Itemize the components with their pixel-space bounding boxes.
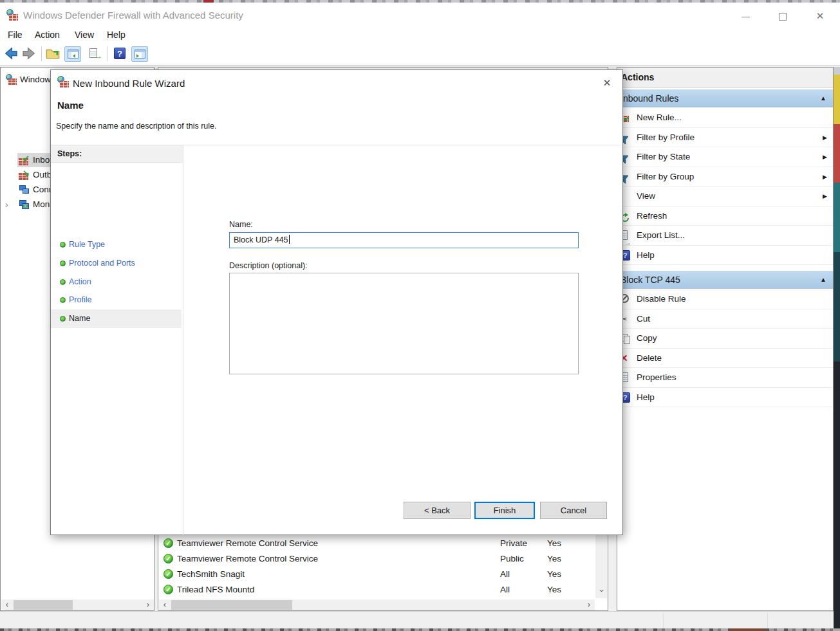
enabled-check-icon: ✓ — [163, 538, 173, 548]
rule-name: Teamviewer Remote Control Service — [177, 536, 318, 551]
step-name-current[interactable]: Name — [51, 309, 182, 328]
scroll-right-icon[interactable]: › — [583, 599, 595, 610]
submenu-arrow-icon: ▶ — [823, 128, 827, 148]
rule-description-input[interactable] — [229, 273, 579, 374]
collapse-icon[interactable]: ▲ — [820, 271, 826, 289]
action-properties[interactable]: Properties — [617, 368, 833, 388]
menu-action[interactable]: Action — [31, 28, 64, 42]
action-filter-by-group[interactable]: Filter by Group ▶ — [617, 167, 833, 187]
show-action-pane-button[interactable] — [131, 46, 148, 62]
actions-panel: Actions Inbound Rules ▲ ↙ New Rule... Fi… — [617, 67, 834, 611]
status-bar — [0, 611, 840, 628]
back-button[interactable]: < Back — [404, 502, 471, 519]
firewall-icon — [6, 9, 18, 21]
wizard-steps-panel: Steps: Rule Type Protocol and Ports Acti… — [51, 145, 183, 535]
action-export-list[interactable]: → Export List... — [617, 226, 833, 246]
rule-row[interactable]: ✓ TechSmith Snagit All Yes — [159, 567, 593, 582]
step-action[interactable]: Action — [51, 273, 182, 291]
rule-enabled: Yes — [547, 582, 561, 598]
actions-title: Actions — [621, 72, 654, 82]
scroll-left-icon[interactable]: ‹ — [1, 599, 13, 610]
menu-view[interactable]: View — [71, 28, 98, 42]
finish-button[interactable]: Finish — [474, 502, 535, 519]
action-filter-by-state[interactable]: Filter by State ▶ — [617, 147, 833, 167]
close-button[interactable]: ✕ — [810, 11, 830, 23]
scroll-thumb[interactable] — [171, 600, 292, 610]
tree-horizontal-scrollbar[interactable]: ‹ › — [1, 599, 154, 610]
firewall-icon — [57, 76, 69, 87]
rule-enabled: Yes — [547, 551, 561, 567]
step-rule-type[interactable]: Rule Type — [51, 235, 182, 254]
dialog-close-button[interactable]: ✕ — [599, 75, 615, 91]
rule-name: Teamviewer Remote Control Service — [177, 551, 318, 567]
show-console-tree-button[interactable] — [64, 46, 81, 62]
rule-name-input[interactable]: Block UDP 445 — [229, 232, 579, 248]
text-caret — [289, 235, 290, 244]
scroll-left-icon[interactable]: ‹ — [159, 599, 171, 610]
menu-help[interactable]: Help — [103, 28, 129, 42]
list-horizontal-scrollbar[interactable]: ‹ › — [159, 599, 595, 610]
rule-name-value: Block UDP 445 — [234, 235, 288, 244]
action-refresh[interactable]: Refresh — [617, 206, 833, 226]
console-tree-icon — [68, 50, 79, 59]
section-header-label: Block TCP 445 — [621, 271, 680, 289]
steps-divider — [183, 145, 183, 535]
action-filter-by-profile[interactable]: Filter by Profile ▶ — [617, 128, 833, 148]
action-help[interactable]: ? Help — [617, 388, 833, 408]
action-new-rule[interactable]: ↙ New Rule... — [617, 108, 833, 128]
rule-name: TechSmith Snagit — [177, 567, 245, 582]
status-divider — [663, 613, 664, 628]
rule-row[interactable]: ✓ Trilead NFS Mountd All Yes — [159, 582, 593, 598]
section-header-block-tcp-445[interactable]: Block TCP 445 ▲ — [617, 271, 833, 289]
section-header-label: Inbound Rules — [621, 89, 678, 107]
step-bullet-icon — [60, 279, 66, 285]
connection-security-icon — [19, 185, 30, 196]
scroll-thumb[interactable] — [14, 600, 73, 610]
scroll-right-icon[interactable]: › — [142, 599, 154, 610]
back-button[interactable] — [4, 46, 21, 62]
maximize-button[interactable] — [773, 11, 792, 23]
rule-profile: All — [500, 582, 510, 598]
action-cut[interactable]: ✂ Cut — [617, 309, 833, 329]
action-delete[interactable]: ✕ Delete — [617, 349, 833, 369]
rule-profile: Private — [500, 536, 527, 551]
background-window-right-sliver — [834, 67, 840, 628]
export-list-button[interactable]: → — [87, 46, 104, 62]
rule-profile: Public — [500, 551, 524, 567]
export-custom-view-button[interactable] — [46, 46, 62, 62]
rule-row[interactable]: ✓ Teamviewer Remote Control Service Priv… — [159, 536, 593, 551]
wizard-page-subheading: Specify the name and description of this… — [56, 122, 216, 131]
action-disable-rule[interactable]: Disable Rule — [617, 289, 833, 309]
window-title: Windows Defender Firewall with Advanced … — [23, 10, 243, 21]
inbound-rules-icon: ↙ — [19, 155, 30, 166]
action-copy[interactable]: Copy — [617, 329, 833, 349]
cancel-button[interactable]: Cancel — [540, 502, 607, 519]
enabled-check-icon: ✓ — [163, 554, 173, 563]
minimize-button[interactable] — [736, 11, 755, 23]
help-button[interactable]: ? — [112, 46, 129, 62]
rule-row[interactable]: ✓ Teamviewer Remote Control Service Publ… — [159, 551, 593, 567]
monitoring-icon — [19, 199, 30, 210]
firewall-icon — [6, 74, 17, 86]
forward-button[interactable] — [22, 46, 39, 62]
actions-header: Actions — [617, 68, 833, 88]
section-header-inbound-rules[interactable]: Inbound Rules ▲ — [617, 89, 833, 107]
maximize-icon — [779, 13, 787, 21]
step-bullet-icon — [60, 261, 66, 266]
collapse-icon[interactable]: ▲ — [820, 89, 826, 107]
toolbar-separator — [107, 46, 107, 61]
status-divider — [767, 613, 768, 628]
action-help[interactable]: ? Help — [617, 246, 833, 266]
back-icon — [4, 46, 18, 60]
steps-header: Steps: — [51, 145, 183, 163]
outbound-rules-icon: ↘ — [19, 170, 30, 181]
step-profile[interactable]: Profile — [51, 291, 182, 309]
submenu-arrow-icon: ▶ — [823, 187, 827, 206]
expand-chevron-icon[interactable]: › — [5, 197, 8, 212]
submenu-arrow-icon: ▶ — [823, 167, 827, 187]
action-view[interactable]: View ▶ — [617, 187, 833, 206]
step-protocol-and-ports[interactable]: Protocol and Ports — [51, 254, 182, 273]
rule-enabled: Yes — [547, 567, 561, 582]
scroll-down-icon[interactable]: › — [596, 585, 607, 597]
menu-file[interactable]: File — [4, 28, 26, 42]
